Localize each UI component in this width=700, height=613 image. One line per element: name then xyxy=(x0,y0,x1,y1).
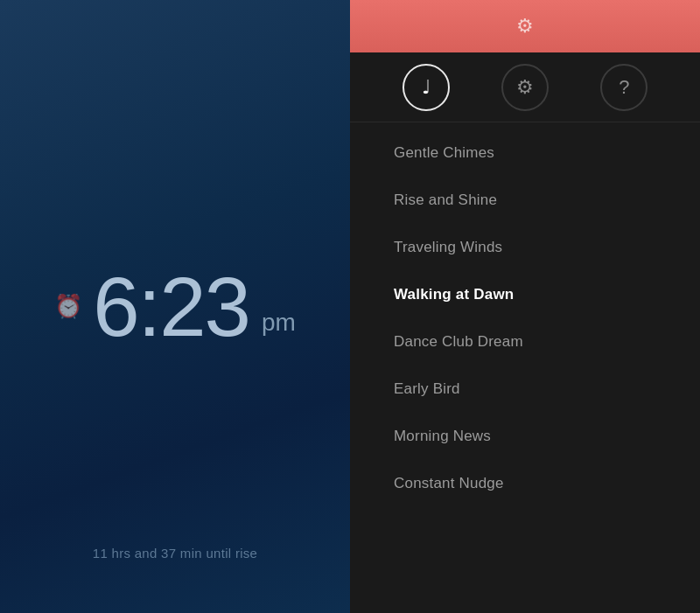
until-rise-label: 11 hrs and 37 min until rise xyxy=(93,546,258,561)
ampm-label: pm xyxy=(262,309,296,337)
tab-music[interactable]: ♩ xyxy=(402,64,450,111)
clock-icon: ⏰ xyxy=(54,293,82,320)
song-item[interactable]: Dance Club Dream xyxy=(350,318,700,366)
song-item[interactable]: Morning News xyxy=(350,413,700,460)
song-list: Gentle ChimesRise and ShineTraveling Win… xyxy=(350,122,700,613)
tab-settings[interactable]: ⚙ xyxy=(501,64,549,111)
left-panel: ⏰ 6:23 pm 11 hrs and 37 min until rise xyxy=(0,0,350,613)
song-item[interactable]: Early Bird xyxy=(350,366,700,413)
tab-help[interactable]: ? xyxy=(600,64,648,111)
song-item[interactable]: Rise and Shine xyxy=(350,177,700,224)
time-container: ⏰ 6:23 pm xyxy=(54,265,296,349)
song-item[interactable]: Walking at Dawn xyxy=(350,271,700,318)
top-bar: ⚙ xyxy=(350,0,700,52)
song-item[interactable]: Gentle Chimes xyxy=(350,129,700,177)
time-display: 6:23 xyxy=(93,265,249,349)
gear-top-icon: ⚙ xyxy=(516,15,534,38)
song-item[interactable]: Traveling Winds xyxy=(350,224,700,271)
right-panel: ⚙ ♩ ⚙ ? Gentle ChimesRise and ShineTrave… xyxy=(350,0,700,613)
song-item[interactable]: Constant Nudge xyxy=(350,460,700,507)
tab-bar: ♩ ⚙ ? xyxy=(350,52,700,122)
